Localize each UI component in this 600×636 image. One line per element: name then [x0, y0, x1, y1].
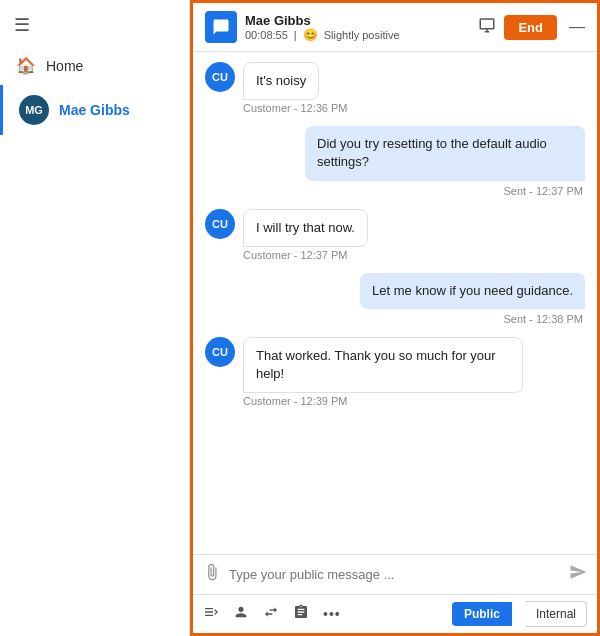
sent-message-row: Did you try resetting to the default aud…: [205, 126, 585, 180]
message-timestamp: Customer - 12:39 PM: [243, 395, 585, 407]
attach-icon[interactable]: [203, 563, 221, 586]
customer-message-row: CU It's noisy: [205, 62, 585, 100]
public-button[interactable]: Public: [452, 602, 512, 626]
chat-channel-icon: [205, 11, 237, 43]
contact-avatar: MG: [19, 95, 49, 125]
chat-contact-name: Mae Gibbs: [245, 13, 470, 28]
contact-icon[interactable]: [233, 604, 249, 624]
chat-header-meta: 00:08:55 | 😊 Slightly positive: [245, 28, 470, 42]
chat-timer: 00:08:55: [245, 29, 288, 41]
canned-responses-icon[interactable]: [203, 604, 219, 624]
message-timestamp: Customer - 12:36 PM: [243, 102, 585, 114]
sidebar-header: ☰: [0, 0, 189, 46]
sent-message-bubble: Did you try resetting to the default aud…: [305, 126, 585, 180]
separator: |: [294, 29, 297, 41]
message-timestamp: Sent - 12:37 PM: [205, 185, 585, 197]
home-icon: 🏠: [16, 56, 36, 75]
message-timestamp: Sent - 12:38 PM: [205, 313, 585, 325]
customer-message-row: CU I will try that now.: [205, 209, 585, 247]
chat-header: Mae Gibbs 00:08:55 | 😊 Slightly positive…: [193, 3, 597, 52]
send-icon[interactable]: [569, 563, 587, 586]
chat-header-actions: End —: [478, 15, 585, 40]
sent-message-bubble: Let me know if you need guidance.: [360, 273, 585, 309]
customer-message-bubble: It's noisy: [243, 62, 319, 100]
sidebar: ☰ 🏠 Home MG Mae Gibbs: [0, 0, 190, 636]
notes-icon[interactable]: [293, 604, 309, 624]
hamburger-menu-icon[interactable]: ☰: [14, 14, 30, 36]
sidebar-home-label: Home: [46, 58, 83, 74]
end-button[interactable]: End: [504, 15, 557, 40]
transfer-icon[interactable]: [263, 604, 279, 624]
customer-avatar: CU: [205, 209, 235, 239]
sidebar-item-home[interactable]: 🏠 Home: [0, 46, 189, 85]
message-input[interactable]: [229, 567, 561, 582]
more-options-icon[interactable]: •••: [323, 606, 341, 622]
customer-avatar: CU: [205, 337, 235, 367]
sidebar-contact-item[interactable]: MG Mae Gibbs: [0, 85, 189, 135]
chat-panel: Mae Gibbs 00:08:55 | 😊 Slightly positive…: [190, 0, 600, 636]
message-timestamp: Customer - 12:37 PM: [243, 249, 585, 261]
customer-message-bubble: That worked. Thank you so much for your …: [243, 337, 523, 393]
customer-message-bubble: I will try that now.: [243, 209, 368, 247]
contact-name: Mae Gibbs: [59, 102, 130, 118]
monitor-icon[interactable]: [478, 16, 496, 38]
messages-area: CU It's noisy Customer - 12:36 PMDid you…: [193, 52, 597, 554]
customer-avatar: CU: [205, 62, 235, 92]
bottom-toolbar: ••• Public Internal: [193, 594, 597, 633]
minimize-icon[interactable]: —: [569, 18, 585, 36]
message-input-area: [193, 554, 597, 594]
sent-message-row: Let me know if you need guidance.: [205, 273, 585, 309]
customer-message-row: CU That worked. Thank you so much for yo…: [205, 337, 585, 393]
chat-header-info: Mae Gibbs 00:08:55 | 😊 Slightly positive: [245, 13, 470, 42]
internal-button[interactable]: Internal: [526, 601, 587, 627]
sentiment-icon: 😊: [303, 28, 318, 42]
sentiment-label: Slightly positive: [324, 29, 400, 41]
